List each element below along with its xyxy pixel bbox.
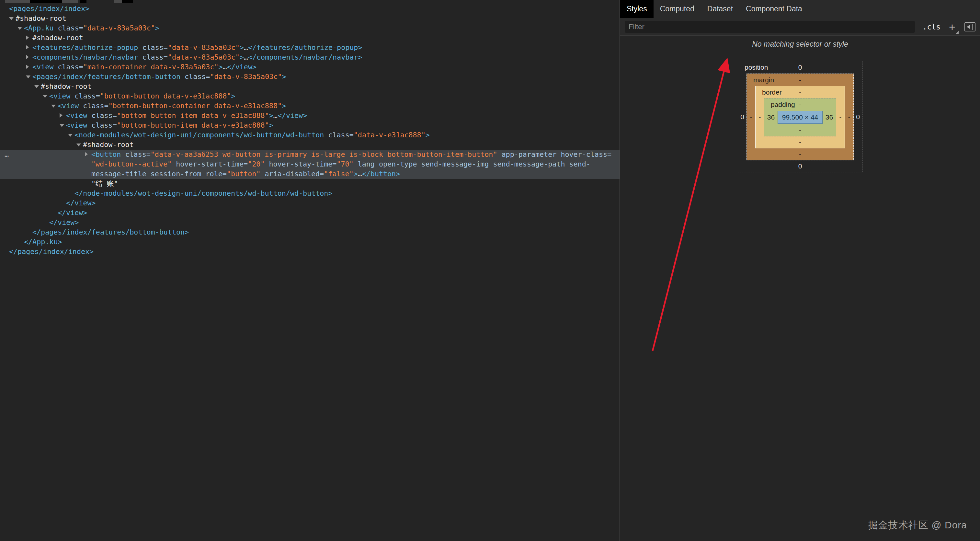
tree-row[interactable]: </view> <box>0 218 620 228</box>
tab-computed[interactable]: Computed <box>654 0 701 18</box>
code-segment-tag: <node-modules/wot-design-uni/components/… <box>75 131 328 139</box>
code-segment-tag: <pages/index/index> <box>9 5 89 13</box>
tab-component-data[interactable]: Component Data <box>739 0 809 18</box>
code-segment-tag: </view> <box>58 208 87 217</box>
tree-row-selected[interactable]: message-title session-from role="button"… <box>0 169 620 179</box>
code-segment-ell: … <box>244 53 248 61</box>
tree-row[interactable]: </node-modules/wot-design-uni/components… <box>0 189 620 198</box>
code-segment-tag: > <box>269 111 273 119</box>
box-model-border-ring[interactable]: border - - padding - <box>755 86 845 148</box>
code-segment-attr: hover-start-time= <box>176 160 248 168</box>
expand-arrow-down-icon[interactable] <box>34 82 41 91</box>
tree-row[interactable]: #shadow-root <box>0 82 620 91</box>
style-filter-row: .cls + <box>620 18 980 36</box>
expand-arrow-right-icon[interactable] <box>85 150 91 159</box>
padding-label: padding <box>771 101 795 108</box>
code-segment-attr: class= <box>125 150 150 158</box>
expand-arrow-down-icon[interactable] <box>43 91 49 101</box>
code-segment-shadow: #shadow-root <box>83 141 134 149</box>
tree-row[interactable]: <view class="bottom-button data-v-e31ac8… <box>0 91 620 101</box>
tree-row[interactable]: #shadow-root <box>0 140 620 150</box>
new-style-rule-button[interactable]: + <box>946 21 958 32</box>
expand-arrow-right-icon[interactable] <box>26 62 32 72</box>
triangle-glyph <box>68 134 73 137</box>
expand-arrow-right-icon[interactable] <box>26 43 32 53</box>
expand-arrow-right-icon[interactable] <box>26 33 32 43</box>
tree-row[interactable]: <view class="bottom-button-container dat… <box>0 101 620 111</box>
code-segment-tag: > <box>231 92 235 100</box>
tab-dataset[interactable]: Dataset <box>701 0 739 18</box>
code-segment-tag: </view> <box>66 199 95 207</box>
margin-right-value: - <box>845 113 853 121</box>
row-options-ellipsis-icon[interactable]: … <box>5 150 10 159</box>
style-filter-input[interactable] <box>625 21 915 33</box>
code-segment-attr: aria-disabled= <box>265 170 324 178</box>
code-segment-val: "bottom-button-item data-v-e31ac888" <box>117 121 269 129</box>
tree-row[interactable]: <pages/index/features/bottom-button clas… <box>0 72 620 82</box>
code-segment-tag: > <box>240 53 244 61</box>
top-strip-segment <box>115 0 122 3</box>
code-segment-tag: > <box>219 63 223 71</box>
elements-panel: <pages/index/index>#shadow-root<App.ku c… <box>0 0 620 541</box>
tree-row[interactable]: #shadow-root <box>0 14 620 23</box>
expand-arrow-down-icon[interactable] <box>51 101 58 111</box>
border-left-value: - <box>756 113 764 121</box>
box-model-margin-ring[interactable]: margin - - border - - <box>746 73 854 160</box>
code-segment-val: "false" <box>324 170 353 178</box>
expand-arrow-down-icon[interactable] <box>60 121 66 130</box>
code-segment-attr: class= <box>142 43 167 51</box>
code-segment-val: "data-v-83a5a03c" <box>210 73 282 81</box>
code-segment-val: "data-v-83a5a03c" <box>83 24 155 32</box>
box-model-content[interactable]: 99.500 × 44 <box>778 111 822 124</box>
tree-row[interactable]: </App.ku> <box>0 237 620 247</box>
expand-arrow-down-icon[interactable] <box>9 14 16 23</box>
tree-row[interactable]: <App.ku class="data-v-83a5a03c"> <box>0 23 620 33</box>
code-segment-ell: … <box>223 63 227 71</box>
triangle-glyph <box>26 35 29 40</box>
code-segment-val: "data-v-e31ac888" <box>354 131 426 139</box>
tree-row[interactable]: <view class="bottom-button-item data-v-e… <box>0 111 620 121</box>
code-segment-tag: </button> <box>362 170 400 178</box>
expand-arrow-right-icon[interactable] <box>60 111 66 121</box>
top-strip-segment <box>5 0 30 3</box>
expand-arrow-right-icon[interactable] <box>26 53 32 62</box>
expand-arrow-down-icon[interactable] <box>68 130 75 140</box>
code-segment-val: "button" <box>227 170 260 178</box>
tree-row[interactable]: "结 账" <box>0 179 620 189</box>
box-model-position-ring[interactable]: position 0 0 margin - - border - <box>738 61 862 172</box>
element-classes-button[interactable]: .cls <box>923 23 940 31</box>
code-segment-tag: <button <box>91 150 125 158</box>
code-segment-attr: class= <box>328 131 353 139</box>
box-model-padding-ring[interactable]: padding - 36 99.500 × 44 36 - <box>764 98 836 136</box>
tree-row[interactable]: <view class="main-container data-v-83a5a… <box>0 62 620 72</box>
tree-row[interactable]: </pages/index/features/bottom-button> <box>0 228 620 237</box>
expand-arrow-down-icon[interactable] <box>26 72 32 82</box>
tree-row[interactable]: </pages/index/index> <box>0 247 620 256</box>
expand-arrow-down-icon[interactable] <box>76 140 83 150</box>
code-segment-tag: </components/navbar/navbar> <box>248 53 363 61</box>
dom-tree: <pages/index/index>#shadow-root<App.ku c… <box>0 4 620 256</box>
code-segment-tag: <App.ku <box>24 24 58 32</box>
tree-row[interactable]: #shadow-root <box>0 33 620 43</box>
expand-arrow-down-icon[interactable] <box>18 23 24 33</box>
code-segment-attr: role= <box>206 170 227 178</box>
dock-sidebar-left-icon[interactable] <box>964 22 975 32</box>
top-strip-artifact <box>0 0 620 3</box>
tree-row[interactable]: </view> <box>0 208 620 218</box>
code-segment-tag: </features/authorize-popup> <box>248 43 363 51</box>
sidebar-bar-icon <box>972 24 972 30</box>
tree-row[interactable]: <view class="bottom-button-item data-v-e… <box>0 121 620 130</box>
tab-styles[interactable]: Styles <box>620 0 654 18</box>
code-segment-attr: lang open-type send-message-img send-mes… <box>358 160 590 168</box>
tree-row[interactable]: <features/authorize-popup class="data-v-… <box>0 43 620 53</box>
tree-row-selected[interactable]: "wd-button--active" hover-start-time="20… <box>0 159 620 169</box>
tree-row[interactable]: <components/navbar/navbar class="data-v-… <box>0 53 620 62</box>
tree-row[interactable]: <node-modules/wot-design-uni/components/… <box>0 130 620 140</box>
triangle-glyph <box>60 113 62 118</box>
tree-row[interactable]: <pages/index/index> <box>0 4 620 14</box>
tree-row[interactable]: </view> <box>0 198 620 208</box>
code-segment-tag: </App.ku> <box>24 238 62 246</box>
code-segment-tag: <components/navbar/navbar <box>32 53 142 61</box>
tree-row-selected[interactable]: …<button class="data-v-aa3a6253 wd-butto… <box>0 150 620 159</box>
triangle-glyph <box>26 45 29 49</box>
